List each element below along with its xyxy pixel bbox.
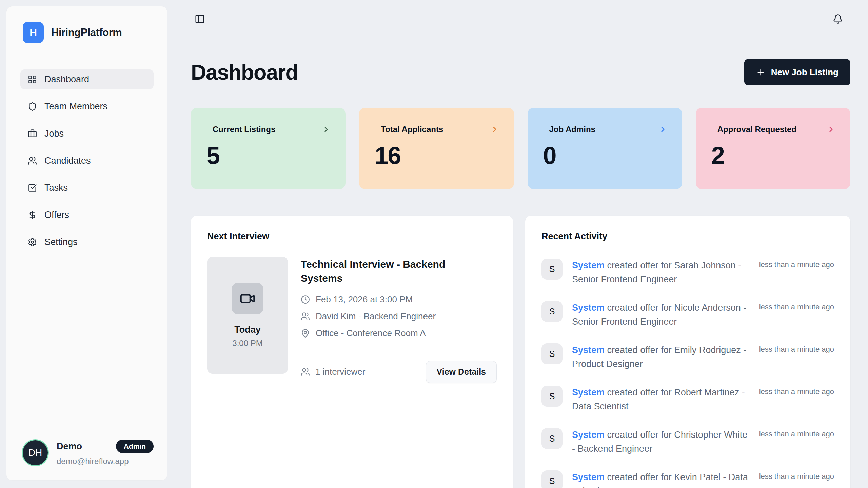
tasks-check-icon xyxy=(28,183,37,192)
stat-value: 2 xyxy=(711,142,835,169)
recent-activity-card: Recent Activity S System created offer f… xyxy=(525,216,850,488)
main-area: Dashboard New Job Listing Current Listin… xyxy=(174,0,868,488)
activity-timestamp: less than a minute ago xyxy=(759,301,834,311)
activity-actor: System xyxy=(572,387,605,398)
interview-datetime: Feb 13, 2026 at 3:00 PM xyxy=(316,294,413,305)
video-icon-box xyxy=(232,283,263,314)
sidebar-item-dashboard[interactable]: Dashboard xyxy=(20,69,154,89)
activity-avatar: S xyxy=(541,386,563,407)
sidebar-item-label: Dashboard xyxy=(44,74,89,85)
activity-text: System created offer for Robert Martinez… xyxy=(572,386,750,413)
next-interview-title: Next Interview xyxy=(207,231,497,242)
activity-actor: System xyxy=(572,260,605,270)
interviewer-count-label: 1 interviewer xyxy=(315,367,365,377)
notifications-button[interactable] xyxy=(833,14,843,24)
chevron-right-icon xyxy=(658,125,667,134)
sidebar-item-label: Offers xyxy=(44,210,69,220)
clock-icon xyxy=(301,295,310,304)
activity-item: S System created offer for Emily Rodrigu… xyxy=(541,343,834,371)
map-pin-icon xyxy=(301,329,310,338)
interview-title: Technical Interview - Backend Systems xyxy=(301,257,477,285)
users-icon xyxy=(301,312,310,321)
panel-left-icon xyxy=(195,14,205,24)
user-profile[interactable]: DH Demo Admin demo@hireflow.app xyxy=(23,440,154,466)
interview-time-label: 3:00 PM xyxy=(232,339,262,348)
activity-text: System created offer for Kevin Patel - D… xyxy=(572,470,750,488)
user-avatar: DH xyxy=(23,440,48,465)
activity-item: S System created offer for Robert Martin… xyxy=(541,386,834,413)
stat-value: 0 xyxy=(543,142,667,169)
interview-location: Office - Conference Room A xyxy=(316,328,426,339)
brand-logo: H xyxy=(23,22,44,43)
chevron-right-icon xyxy=(827,125,835,134)
stat-label: Total Applicants xyxy=(381,125,443,134)
activity-item: S System created offer for Nicole Anders… xyxy=(541,301,834,328)
sidebar-item-candidates[interactable]: Candidates xyxy=(20,151,154,170)
chevron-right-icon xyxy=(322,125,331,134)
users-icon xyxy=(28,156,37,165)
interview-day-label: Today xyxy=(234,325,261,335)
view-details-button[interactable]: View Details xyxy=(426,361,497,383)
brand: H HiringPlatform xyxy=(6,6,167,43)
activity-timestamp: less than a minute ago xyxy=(759,259,834,269)
sidebar-item-team-members[interactable]: Team Members xyxy=(20,97,154,116)
plus-icon xyxy=(756,68,765,77)
activity-actor: System xyxy=(572,345,605,355)
activity-avatar: S xyxy=(541,343,563,364)
activity-avatar: S xyxy=(541,301,563,322)
activity-text: System created offer for Emily Rodriguez… xyxy=(572,343,750,371)
topbar xyxy=(174,0,868,38)
sidebar-item-tasks[interactable]: Tasks xyxy=(20,178,154,198)
activity-text: System created offer for Christopher Whi… xyxy=(572,428,750,455)
sidebar-item-jobs[interactable]: Jobs xyxy=(20,124,154,143)
bell-icon xyxy=(833,14,843,24)
gear-icon xyxy=(28,238,37,247)
activity-actor: System xyxy=(572,472,605,482)
sidebar: H HiringPlatform Dashboard Team Members … xyxy=(6,6,167,481)
stat-card-total-applicants[interactable]: Total Applicants 16 xyxy=(359,108,514,189)
activity-list: S System created offer for Sarah Johnson… xyxy=(541,259,834,488)
stat-label: Current Listings xyxy=(213,125,275,134)
sidebar-item-label: Settings xyxy=(44,237,78,247)
user-info: Demo Admin demo@hireflow.app xyxy=(57,440,154,466)
activity-item: S System created offer for Christopher W… xyxy=(541,428,834,455)
new-job-listing-button[interactable]: New Job Listing xyxy=(744,59,850,85)
next-interview-card: Next Interview Today 3:00 PM Technical I… xyxy=(191,216,513,488)
interview-date-box: Today 3:00 PM xyxy=(207,257,288,374)
activity-timestamp: less than a minute ago xyxy=(759,343,834,354)
interviewer-count: 1 interviewer xyxy=(301,367,365,377)
activity-avatar: S xyxy=(541,470,563,488)
sidebar-item-label: Team Members xyxy=(44,101,107,112)
interview-person: David Kim - Backend Engineer xyxy=(316,311,436,322)
sidebar-item-label: Candidates xyxy=(44,156,91,166)
users-icon xyxy=(301,367,310,377)
stat-label: Job Admins xyxy=(549,125,595,134)
sidebar-nav: Dashboard Team Members Jobs Candidates T… xyxy=(20,69,154,252)
brand-logo-letter: H xyxy=(29,27,37,38)
new-job-listing-label: New Job Listing xyxy=(771,67,839,78)
user-email: demo@hireflow.app xyxy=(57,456,154,466)
page-title: Dashboard xyxy=(191,60,298,84)
activity-avatar: S xyxy=(541,259,563,280)
stat-label: Approval Requested xyxy=(717,125,796,134)
stat-card-current-listings[interactable]: Current Listings 5 xyxy=(191,108,346,189)
shield-icon xyxy=(28,102,37,111)
stat-card-approval-requested[interactable]: Approval Requested 2 xyxy=(696,108,850,189)
stat-card-job-admins[interactable]: Job Admins 0 xyxy=(528,108,682,189)
sidebar-toggle-button[interactable] xyxy=(195,14,205,24)
sidebar-item-settings[interactable]: Settings xyxy=(20,232,154,252)
briefcase-icon xyxy=(28,129,37,138)
activity-actor: System xyxy=(572,430,605,440)
dashboard-grid-icon xyxy=(28,75,37,84)
activity-item: S System created offer for Sarah Johnson… xyxy=(541,259,834,286)
activity-timestamp: less than a minute ago xyxy=(759,470,834,481)
activity-actor: System xyxy=(572,303,605,313)
user-name: Demo xyxy=(57,441,82,452)
activity-avatar: S xyxy=(541,428,563,449)
activity-item: S System created offer for Kevin Patel -… xyxy=(541,470,834,488)
interview-location-row: Office - Conference Room A xyxy=(301,328,497,339)
brand-name: HiringPlatform xyxy=(51,26,122,39)
sidebar-item-offers[interactable]: Offers xyxy=(20,205,154,225)
interview-datetime-row: Feb 13, 2026 at 3:00 PM xyxy=(301,294,497,305)
activity-text: System created offer for Nicole Anderson… xyxy=(572,301,750,328)
